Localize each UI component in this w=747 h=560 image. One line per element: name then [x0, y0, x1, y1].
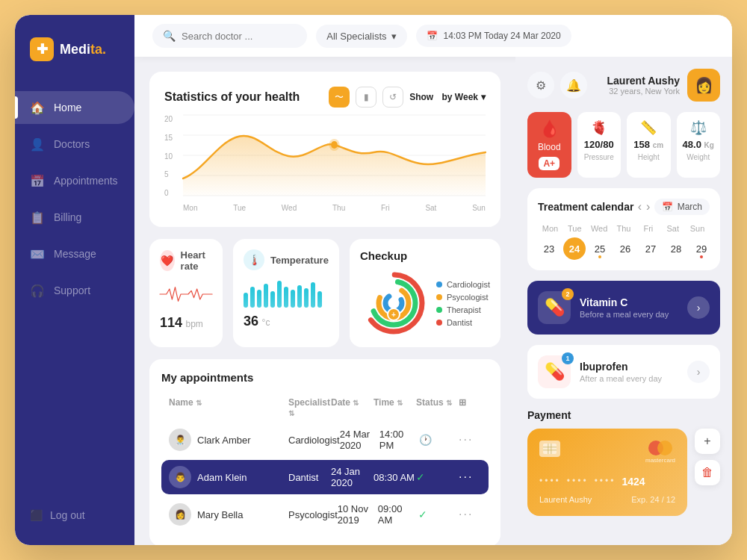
logout-label: Log out — [50, 509, 85, 521]
datetime-text: 14:03 PM Today 24 Mar 2020 — [444, 31, 561, 41]
table-row[interactable]: 👨 Adam Klein Dantist 24 Jan 2020 08:30 A… — [161, 460, 489, 494]
specialist-cell: Dantist — [288, 472, 331, 483]
checkup-legend: Cardiologist Psycologist Therapist — [436, 280, 490, 327]
payment-card: mastercard •••• •••• •••• 1424 — [527, 429, 687, 516]
delete-card-button[interactable]: 🗑 — [695, 460, 720, 485]
content-area: Statistics of your health 〜 ▮ ↺ Show by … — [134, 57, 732, 545]
chart-bar-btn[interactable]: ▮ — [356, 87, 376, 108]
ibuprofen-info: Ibuprofen After a meal every day — [580, 361, 678, 383]
status-icon: ✓ — [418, 508, 459, 520]
health-stats: 🩸 Blood A+ 🫀 120/80 Pressure 📏 158 cm He… — [527, 112, 720, 178]
specialist-dropdown[interactable]: All Specialists ▾ — [316, 25, 406, 48]
bell-icon[interactable]: 🔔 — [560, 72, 587, 99]
payment-section: Payment — [527, 409, 720, 516]
sidebar-item-label: Home — [54, 102, 81, 113]
time-cell: 08:30 AM — [374, 472, 416, 483]
weight-label: Weight — [686, 153, 710, 161]
mastercard-icon: mastercard — [645, 441, 675, 464]
status-icon: ✓ — [416, 471, 459, 483]
more-options[interactable]: ··· — [459, 470, 481, 484]
checkup-title: Checkup — [360, 249, 490, 262]
medicine-arrow[interactable]: › — [687, 361, 710, 383]
weight-stat: ⚖️ 48.0 Kg Weight — [677, 112, 721, 178]
blood-icon: 🩸 — [539, 119, 560, 139]
search-icon: 🔍 — [163, 30, 176, 42]
svg-rect-13 — [543, 444, 557, 454]
date-cell: 24 Jan 2020 — [331, 466, 374, 488]
table-row[interactable]: 👨‍⚕️ Clark Amber Cardiologist 24 Mar 202… — [161, 423, 489, 457]
card-last-digits: 1424 — [622, 476, 645, 488]
chip-icon — [539, 441, 560, 457]
medicine-name: Ibuprofen — [580, 361, 678, 373]
height-value: 158 cm — [633, 139, 663, 150]
right-panel: ⚙ 🔔 Laurent Aushy 32 years, New York 👩 🩸 — [515, 57, 732, 545]
calendar-icon: 📅 — [662, 202, 673, 212]
logo-text: Medita. — [60, 42, 106, 57]
message-icon: ✉️ — [30, 246, 45, 261]
time-cell: 09:00 AM — [378, 503, 418, 526]
svg-rect-15 — [551, 444, 552, 454]
payment-title: Payment — [527, 409, 720, 421]
cal-day-29[interactable]: 29 — [690, 237, 713, 260]
cal-day-23[interactable]: 23 — [538, 237, 560, 260]
stats-show: Show by Week ▾ — [409, 92, 486, 102]
avatar: 👩 — [169, 503, 191, 526]
more-options[interactable]: ··· — [459, 433, 481, 447]
medicine-arrow[interactable]: › — [687, 296, 710, 319]
chevron-down-icon: ▾ — [391, 31, 397, 42]
avatar: 👨 — [169, 466, 191, 488]
vitamin-badge: 2 — [562, 288, 574, 300]
specialist-cell: Psycologist — [288, 509, 338, 520]
calendar-month[interactable]: 📅 March — [654, 199, 710, 215]
blood-stat: 🩸 Blood A+ — [527, 112, 571, 178]
weight-value: 48.0 Kg — [683, 139, 714, 150]
month-label: March — [678, 202, 702, 212]
sidebar: ✚ Medita. 🏠 Home 👤 Doctors 📅 Appointment… — [15, 15, 134, 545]
blood-label: Blood — [538, 142, 561, 152]
cal-day-25[interactable]: 25 — [589, 237, 611, 260]
more-options[interactable]: ··· — [459, 508, 481, 521]
payment-actions: + 🗑 — [695, 429, 720, 516]
legend-psycologist: Psycologist — [436, 293, 490, 302]
medicine-name: Vitamin C — [580, 296, 678, 308]
calendar-prev[interactable]: ‹ — [638, 200, 642, 214]
search-bar[interactable]: 🔍 — [152, 24, 307, 48]
user-name: Laurent Aushy — [607, 75, 681, 87]
card-number: •••• •••• •••• 1424 — [539, 476, 675, 488]
main-content: 🔍 All Specialists ▾ 📅 14:03 PM Today 24 … — [134, 15, 732, 545]
heart-rate-value: 114 — [160, 315, 182, 330]
patient-name: Adam Klein — [197, 472, 247, 483]
date-cell: 10 Nov 2019 — [338, 503, 378, 526]
cal-day-28[interactable]: 28 — [665, 237, 687, 260]
temperature-unit: °c — [262, 317, 270, 328]
search-input[interactable] — [182, 31, 297, 42]
calendar-next[interactable]: › — [646, 200, 650, 214]
calendar-days: 23 24 25 26 27 28 29 — [538, 237, 710, 260]
svg-point-6 — [329, 139, 339, 151]
logout-button[interactable]: ⬛ Log out — [15, 500, 100, 530]
vitamin-c-card[interactable]: 💊 2 Vitamin C Before a meal every day › — [527, 281, 720, 335]
user-meta: 32 years, New York — [607, 87, 681, 96]
calendar-card: Treatment calendar ‹ › 📅 March Mon Tue — [527, 188, 720, 270]
table-row[interactable]: 👩 Mary Bella Psycologist 10 Nov 2019 09:… — [161, 497, 489, 532]
svg-rect-14 — [548, 444, 549, 454]
sidebar-item-message[interactable]: ✉️ Message — [15, 237, 134, 270]
add-card-button[interactable]: + — [695, 429, 720, 454]
stats-card: Statistics of your health 〜 ▮ ↺ Show by … — [149, 72, 500, 227]
sidebar-item-appointments[interactable]: 📅 Appointments — [15, 164, 134, 197]
pressure-label: Pressure — [584, 153, 614, 161]
sidebar-item-home[interactable]: 🏠 Home — [15, 91, 134, 124]
weight-icon: ⚖️ — [690, 119, 707, 136]
ibuprofen-card[interactable]: 💊 1 Ibuprofen After a meal every day › — [527, 345, 720, 399]
sidebar-item-billing[interactable]: 📋 Billing — [15, 201, 134, 234]
sidebar-item-doctors[interactable]: 👤 Doctors — [15, 128, 134, 161]
sidebar-item-support[interactable]: 🎧 Support — [15, 274, 134, 307]
pressure-icon: 🫀 — [591, 119, 607, 136]
chart-wave-btn[interactable]: 〜 — [329, 87, 350, 108]
cal-day-24[interactable]: 24 — [563, 237, 586, 260]
settings-icon[interactable]: ⚙ — [527, 72, 554, 99]
chart-refresh-btn[interactable]: ↺ — [382, 87, 403, 108]
cal-day-27[interactable]: 27 — [639, 237, 662, 260]
specialist-cell: Cardiologist — [288, 435, 340, 446]
cal-day-26[interactable]: 26 — [614, 237, 636, 260]
